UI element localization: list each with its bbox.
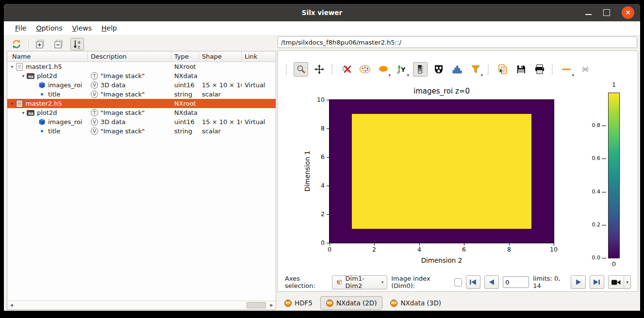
menu-views[interactable]: Views bbox=[67, 21, 97, 35]
tab-nxdata-3d[interactable]: NX NXdata (3D) bbox=[384, 296, 447, 310]
copy-button[interactable] bbox=[495, 62, 510, 77]
tree-row-title[interactable]: title V"Image stack" string scalar bbox=[7, 90, 276, 99]
tab-nxdata-2d[interactable]: NX NXdata (2D) bbox=[320, 296, 383, 310]
axes-selection-label: Axes selection: bbox=[285, 275, 328, 289]
colorbar-toggle-button[interactable] bbox=[413, 62, 428, 77]
view-tabbar: h5 HDF5 NX NXdata (2D) NX NXdata (3D) bbox=[279, 295, 447, 311]
last-frame-icon bbox=[593, 279, 600, 285]
dropdown-caret-icon: ▾ bbox=[572, 73, 574, 78]
x-tick-label: 10 bbox=[548, 246, 560, 253]
silx-viewer-window: Silx viewer ✕ File Options Views Help bbox=[4, 4, 640, 311]
toolbar-drag-handle[interactable] bbox=[286, 64, 289, 75]
toolbar-drag-handle[interactable] bbox=[488, 64, 491, 75]
column-header-name[interactable]: Name bbox=[7, 51, 88, 62]
mask-tool-button[interactable] bbox=[431, 62, 446, 77]
profile-tool-button[interactable]: ▾ bbox=[560, 62, 574, 77]
scrollbar-track[interactable] bbox=[16, 301, 267, 309]
sort-button[interactable]: a z bbox=[70, 38, 84, 50]
axes-selection-combo[interactable]: Dim1-Dim2 ▾ bbox=[332, 275, 387, 289]
dropdown-caret-icon: ▾ bbox=[407, 73, 409, 78]
tree-row-title[interactable]: title V"Image stack" string scalar bbox=[7, 127, 276, 136]
tree-header: Name Description Type Shape Link bbox=[7, 51, 276, 62]
image-index-checkbox[interactable] bbox=[454, 278, 462, 286]
dataset-cube-icon bbox=[37, 118, 46, 126]
column-header-description[interactable]: Description bbox=[88, 51, 171, 62]
last-frame-button[interactable] bbox=[590, 275, 604, 289]
scroll-right-icon[interactable]: ▶ bbox=[267, 301, 276, 309]
toolbar-drag-handle[interactable] bbox=[552, 64, 555, 75]
refresh-button[interactable] bbox=[10, 38, 23, 50]
expand-arrow-icon[interactable]: ▾ bbox=[9, 101, 15, 106]
y-tick-label: 6 bbox=[310, 153, 325, 160]
profile-line-icon bbox=[561, 64, 572, 74]
expand-arrow-icon[interactable]: ▾ bbox=[20, 73, 26, 79]
menu-help[interactable]: Help bbox=[97, 21, 122, 35]
save-button[interactable] bbox=[514, 62, 528, 77]
zoom-mode-button[interactable] bbox=[294, 62, 308, 77]
collapse-all-icon bbox=[54, 39, 64, 49]
titlebar: Silx viewer ✕ bbox=[4, 4, 640, 21]
colorbar-tick-label: 0.0 bbox=[584, 254, 600, 261]
aspect-ratio-button[interactable]: ▾ bbox=[376, 62, 391, 77]
x-axis-label: Dimension 2 bbox=[330, 256, 554, 264]
dataset-path-input[interactable] bbox=[278, 36, 637, 48]
mask-icon bbox=[433, 64, 444, 74]
h5-file-icon bbox=[15, 100, 24, 108]
tree-row-plot2d[interactable]: ▾ nx plot2d T"Image stack" NXdata bbox=[7, 71, 276, 80]
toolbar-drag-handle[interactable] bbox=[331, 64, 334, 75]
tree-row-master2-selected[interactable]: ▾ master2.h5 NXroot bbox=[7, 99, 276, 108]
maximize-button[interactable] bbox=[603, 9, 610, 16]
y-tick-label: 4 bbox=[310, 182, 325, 189]
virtual-badge-icon: V bbox=[91, 81, 98, 89]
palette-icon bbox=[359, 64, 371, 74]
clear-profile-button[interactable] bbox=[578, 62, 593, 77]
next-frame-button[interactable] bbox=[571, 275, 585, 289]
colorbar-icon bbox=[417, 64, 424, 74]
collapse-all-button[interactable] bbox=[52, 38, 66, 50]
x-tick-label: 2 bbox=[368, 246, 380, 253]
first-frame-icon bbox=[469, 279, 477, 285]
expand-arrow-icon[interactable]: ▾ bbox=[20, 110, 26, 115]
menu-file[interactable]: File bbox=[10, 21, 31, 35]
y-tick-label: 8 bbox=[310, 125, 325, 132]
axes-selection-bar: Axes selection: Dim1-Dim2 ▾ Image index … bbox=[278, 273, 638, 291]
pan-mode-button[interactable] bbox=[312, 62, 327, 77]
tab-hdf5[interactable]: h5 HDF5 bbox=[279, 296, 318, 310]
play-movie-button[interactable]: ▾ bbox=[608, 275, 631, 289]
video-camera-icon bbox=[611, 279, 621, 286]
column-header-link[interactable]: Link bbox=[242, 51, 276, 62]
invert-y-axis-button[interactable]: Y 0 ▾ bbox=[395, 62, 409, 77]
frame-index-input[interactable] bbox=[503, 276, 529, 288]
scalar-dataset-icon bbox=[37, 93, 46, 95]
first-frame-button[interactable] bbox=[466, 275, 480, 289]
nx-badge-icon: NX bbox=[390, 300, 397, 307]
chevron-down-icon[interactable]: ▾ bbox=[624, 276, 630, 288]
column-header-type[interactable]: Type bbox=[171, 51, 199, 62]
minimize-button[interactable] bbox=[585, 14, 592, 15]
tree-row-plot2d[interactable]: ▾ nx plot2d T"Image stack" NXdata bbox=[7, 108, 276, 117]
histogram-button[interactable] bbox=[450, 62, 464, 77]
close-button[interactable]: ✕ bbox=[622, 6, 634, 19]
colorbar-max-label: 1 bbox=[608, 81, 620, 88]
colormap-button[interactable] bbox=[358, 62, 372, 77]
tree-row-images-roi[interactable]: images_roi V3D data uint16 15 × 10 × 10 … bbox=[7, 117, 276, 127]
tree-row-images-roi[interactable]: images_roi V3D data uint16 15 × 10 × 10 … bbox=[7, 80, 276, 90]
toolbar-separator bbox=[28, 40, 29, 48]
scrollbar-thumb[interactable] bbox=[247, 302, 266, 308]
reset-zoom-icon bbox=[341, 64, 352, 74]
scroll-left-icon[interactable]: ◀ bbox=[7, 301, 16, 309]
print-button[interactable] bbox=[532, 62, 547, 77]
colorbar-gradient[interactable] bbox=[608, 93, 620, 258]
tree-row-master1[interactable]: ▾ master1.h5 NXroot bbox=[7, 62, 276, 71]
filter-button[interactable]: ▾ bbox=[468, 62, 483, 77]
reset-zoom-button[interactable] bbox=[339, 62, 354, 77]
menu-options[interactable]: Options bbox=[31, 21, 67, 35]
histogram-icon bbox=[452, 64, 462, 74]
expand-arrow-icon[interactable]: ▾ bbox=[9, 64, 15, 69]
previous-frame-button[interactable] bbox=[484, 275, 499, 289]
horizontal-scrollbar[interactable]: ◀ ▶ bbox=[7, 301, 276, 309]
expand-all-button[interactable] bbox=[33, 38, 47, 50]
column-header-shape[interactable]: Shape bbox=[199, 51, 242, 62]
heatmap-image[interactable] bbox=[330, 100, 554, 243]
svg-text:0: 0 bbox=[397, 71, 399, 74]
